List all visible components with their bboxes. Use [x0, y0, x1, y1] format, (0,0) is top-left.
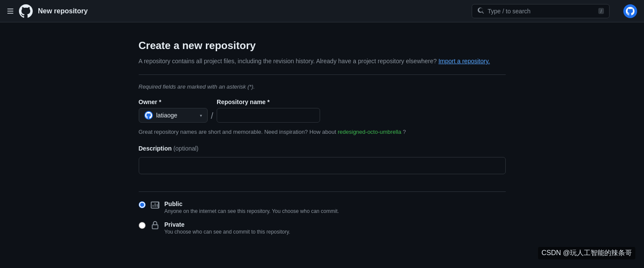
required-fields-note: Required fields are marked with an aster… [139, 83, 506, 90]
private-description: You choose who can see and commit to thi… [165, 229, 290, 235]
search-box[interactable]: Type / to search / [472, 4, 610, 18]
owner-group: Owner * latiaoge ▾ [139, 99, 208, 123]
private-content: Private You choose who can see and commi… [165, 221, 290, 235]
owner-avatar [144, 111, 153, 120]
public-radio[interactable] [139, 201, 146, 208]
description-group: Description (optional) [139, 145, 506, 183]
inspiration-prefix: Great repository names are short and mem… [139, 129, 336, 135]
header-search[interactable]: Type / to search / [472, 4, 610, 18]
search-icon [477, 7, 484, 15]
public-label: Public [165, 200, 339, 207]
page-description-text: A repository contains all project files,… [139, 58, 437, 65]
hamburger-icon[interactable] [7, 8, 14, 15]
owner-select[interactable]: latiaoge ▾ [139, 108, 208, 123]
github-logo[interactable] [19, 4, 33, 18]
owner-repo-row: Owner * latiaoge ▾ / Repository name * [139, 99, 506, 123]
owner-name: latiaoge [156, 112, 177, 119]
divider-top [139, 74, 506, 75]
watermark: CSDN @玩人工智能的辣条哥 [538, 247, 635, 259]
repo-name-group: Repository name * [217, 99, 320, 123]
owner-label: Owner * [139, 99, 208, 105]
public-description: Anyone on the internet can see this repo… [165, 208, 339, 214]
slash-separator: / [211, 111, 214, 123]
lock-icon [151, 221, 159, 232]
header: New repository Type / to search / [0, 0, 644, 22]
page-description: A repository contains all project files,… [139, 57, 506, 66]
inspiration-suffix: ? [403, 129, 406, 135]
private-option[interactable]: Private You choose who can see and commi… [139, 221, 506, 235]
main-content: Create a new repository A repository con… [128, 22, 516, 252]
divider-middle [139, 191, 506, 192]
public-icon [151, 200, 159, 211]
user-avatar[interactable] [623, 4, 637, 18]
inspiration-name[interactable]: redesigned-octo-umbrella [338, 129, 401, 135]
description-input[interactable] [139, 157, 506, 174]
inspiration-text: Great repository names are short and mem… [139, 128, 506, 136]
private-radio[interactable] [139, 222, 146, 229]
search-placeholder-text: Type / to search [488, 8, 531, 15]
header-left: New repository [7, 4, 88, 18]
description-label: Description (optional) [139, 145, 506, 152]
repo-name-input[interactable] [217, 108, 320, 123]
chevron-down-icon: ▾ [200, 113, 202, 118]
visibility-options: Public Anyone on the internet can see th… [139, 200, 506, 235]
public-option[interactable]: Public Anyone on the internet can see th… [139, 200, 506, 214]
repo-name-label: Repository name * [217, 99, 320, 105]
page-heading: Create a new repository [139, 40, 506, 52]
private-label: Private [165, 221, 290, 228]
optional-label: (optional) [173, 145, 198, 152]
import-repository-link[interactable]: Import a repository. [439, 58, 490, 65]
header-title: New repository [38, 7, 88, 15]
public-content: Public Anyone on the internet can see th… [165, 200, 339, 214]
search-kbd: / [598, 8, 604, 14]
